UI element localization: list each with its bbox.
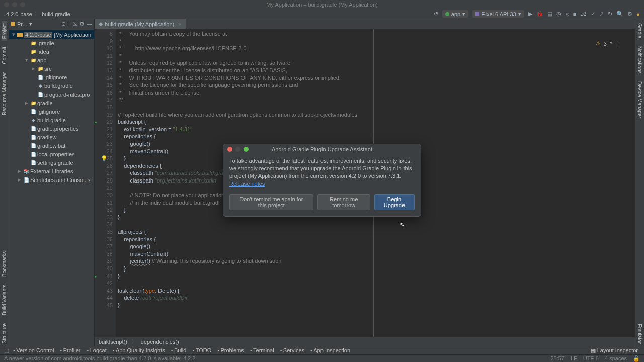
indent[interactable]: 4 spaces — [605, 355, 627, 362]
run-icon[interactable]: ▶ — [528, 11, 532, 17]
breadcrumb-file[interactable]: build.gradle — [40, 11, 72, 17]
tree-item[interactable]: ▸📁src — [9, 64, 94, 73]
coverage-icon[interactable]: ▤ — [547, 11, 552, 17]
tool-profiler[interactable]: ▪Profiler — [58, 347, 83, 353]
tool-terminal[interactable]: ▪Terminal — [248, 347, 276, 353]
layout-inspector-tool[interactable]: ▦ Layout Inspector — [589, 347, 640, 354]
search-icon[interactable]: 🔍 — [616, 11, 623, 17]
tree-item[interactable]: 📄settings.gradle — [9, 158, 94, 167]
sync-icon[interactable]: ↺ — [434, 11, 438, 17]
hide-tools-icon[interactable]: ▢ — [4, 347, 9, 354]
emulator-tool[interactable]: Emulator — [637, 322, 642, 346]
tree-item[interactable]: 📄local.properties — [9, 150, 94, 158]
device-manager-tool[interactable]: Device Manager — [637, 79, 642, 120]
module-icon — [17, 33, 23, 37]
hide-icon[interactable]: — — [87, 21, 92, 27]
profile-icon[interactable]: ◷ — [556, 11, 561, 17]
tree-item[interactable]: 📄.gitignore — [9, 107, 94, 116]
device-icon — [475, 12, 479, 16]
device-selector[interactable]: Pixel 6 API 33 ▾ — [472, 10, 524, 18]
upgrade-dialog: Android Gradle Plugin Upgrade Assistant … — [223, 144, 421, 217]
panel-title-text[interactable]: Pr... — [17, 21, 27, 27]
dont-remind-button[interactable]: Don't remind me again for this project — [229, 194, 313, 210]
expand-all-icon[interactable]: ≡ — [68, 21, 71, 27]
update-icon[interactable]: ↻ — [608, 11, 612, 17]
bookmarks-tool[interactable]: Bookmarks — [2, 249, 7, 279]
select-opened-icon[interactable]: ⊙ — [61, 21, 66, 27]
resource-manager-tool[interactable]: Resource Manager — [2, 70, 7, 117]
tool-services[interactable]: ▪Services — [278, 347, 306, 353]
window-title: My Application – build.gradle (My Applic… — [266, 2, 377, 8]
dialog-close-icon[interactable] — [227, 147, 232, 152]
tab-build-gradle[interactable]: ◆ build.gradle (My Application) × — [95, 19, 186, 29]
encoding[interactable]: UTF-8 — [583, 355, 599, 362]
tool-version-control[interactable]: ▪Version Control — [11, 347, 56, 353]
inspection-widget[interactable]: ⚠ 3 ^ ⋮ — [596, 40, 621, 47]
project-panel: Pr... ▾ ⊙ ≡ ⇲ ⚙ — ▾ 4.2.0-base [My Appli… — [9, 19, 95, 346]
status-message[interactable]: A newer version of com.android.tools.bui… — [4, 355, 195, 361]
gear-icon[interactable]: ⚙ — [79, 21, 85, 27]
tool-app-quality-insights[interactable]: ▪App Quality Insights — [111, 347, 167, 353]
tree-item[interactable]: ▸📚External Libraries — [9, 167, 94, 175]
avatar-icon[interactable]: ● — [636, 11, 640, 17]
tree-item[interactable]: 📄gradlew.bat — [9, 141, 94, 150]
run-config-selector[interactable]: app ▾ — [442, 10, 468, 18]
commit-icon[interactable]: ✓ — [591, 11, 595, 17]
collapse-icon[interactable]: ⇲ — [73, 21, 77, 27]
tree-root[interactable]: ▾ 4.2.0-base [My Application — [9, 30, 94, 39]
warning-icon: ⚠ — [596, 40, 601, 47]
project-tool[interactable]: Project — [2, 21, 7, 41]
dialog-minimize-icon — [235, 147, 240, 152]
tree-item[interactable]: 📄.gitignore — [9, 73, 94, 81]
lock-icon[interactable]: 🔓 — [633, 355, 640, 362]
left-tool-strip: Project Commit Resource Manager Bookmark… — [0, 19, 9, 346]
mac-window-controls[interactable] — [4, 2, 25, 7]
push-icon[interactable]: ↗ — [599, 11, 604, 17]
debug-icon[interactable]: 🐞 — [536, 11, 543, 17]
close-icon[interactable]: × — [178, 21, 181, 27]
dialog-titlebar[interactable]: Android Gradle Plugin Upgrade Assistant — [223, 144, 421, 154]
dialog-zoom-icon[interactable] — [244, 147, 249, 152]
tree-item[interactable]: ◆build.gradle — [9, 81, 94, 90]
release-notes-link[interactable]: Release notes — [229, 180, 265, 187]
folder-icon — [11, 22, 15, 26]
breadcrumb-2[interactable]: dependencies() — [141, 339, 179, 345]
tree-item[interactable]: 📁.gradle — [9, 39, 94, 47]
tool-todo[interactable]: ▪TODO — [190, 347, 213, 353]
line-separator[interactable]: LF — [571, 355, 577, 362]
caret-position[interactable]: 25:57 — [550, 355, 565, 362]
tree-item[interactable]: 📁.idea — [9, 47, 94, 56]
tree-item[interactable]: ▾📁app — [9, 56, 94, 64]
tree-item[interactable]: ▸📁gradle — [9, 99, 94, 107]
tree-item[interactable]: 📄gradlew — [9, 133, 94, 141]
line-gutter[interactable]: 8910111213141516171819▶2021222324💡252627… — [95, 29, 116, 337]
remind-tomorrow-button[interactable]: Remind me tomorrow — [317, 194, 370, 210]
layout-icon: ▦ — [591, 347, 596, 354]
tree-item[interactable]: 📄proguard-rules.pro — [9, 90, 94, 99]
commit-tool[interactable]: Commit — [2, 45, 7, 66]
project-tree[interactable]: ▾ 4.2.0-base [My Application 📁.gradle📁.i… — [9, 29, 94, 185]
tool-build[interactable]: ▪Build — [169, 347, 189, 353]
dialog-body-text: To take advantage of the latest features… — [229, 158, 412, 179]
window-titlebar: My Application – build.gradle (My Applic… — [0, 0, 644, 9]
tool-app-inspection[interactable]: ▪App Inspection — [308, 347, 352, 353]
editor-breadcrumbs[interactable]: buildscript() 〉 dependencies() — [95, 337, 635, 346]
gradle-tool[interactable]: Gradle — [637, 21, 642, 40]
notifications-tool[interactable]: Notifications — [637, 44, 642, 75]
tool-logcat[interactable]: ▪Logcat — [85, 347, 108, 353]
tool-problems[interactable]: ▪Problems — [215, 347, 246, 353]
tree-item[interactable]: 📄gradle.properties — [9, 124, 94, 133]
build-variants-tool[interactable]: Build Variants — [2, 283, 7, 317]
git-icon[interactable]: ⎇ — [580, 11, 587, 17]
breadcrumb-1[interactable]: buildscript() — [99, 339, 127, 345]
breadcrumb-root[interactable]: 4.2.0-base — [4, 11, 34, 17]
dialog-title: Android Gradle Plugin Upgrade Assistant — [272, 146, 372, 152]
structure-tool[interactable]: Structure — [2, 321, 7, 346]
settings-icon[interactable]: ⚙ — [627, 11, 632, 17]
navigation-bar: 4.2.0-base 〉 build.gradle ↺ app ▾ Pixel … — [0, 9, 644, 19]
tree-item[interactable]: ▸📄Scratches and Consoles — [9, 175, 94, 184]
tree-item[interactable]: ◆build.gradle — [9, 116, 94, 124]
attach-icon[interactable]: ⎋ — [566, 11, 569, 17]
stop-icon[interactable]: ■ — [573, 11, 577, 17]
begin-upgrade-button[interactable]: Begin Upgrade — [374, 194, 415, 210]
